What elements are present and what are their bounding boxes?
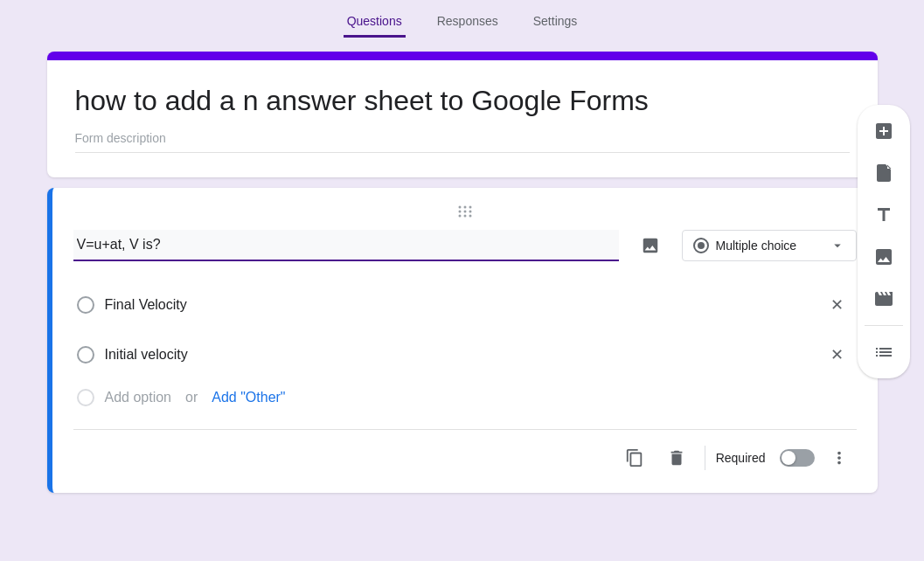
add-option-circle: [77, 389, 94, 406]
question-input[interactable]: [73, 230, 619, 261]
tab-settings[interactable]: Settings: [530, 7, 581, 38]
drag-handle: [73, 205, 857, 218]
option-radio-1: [77, 296, 94, 314]
add-title-button[interactable]: [865, 196, 903, 234]
svg-point-3: [463, 206, 466, 209]
delete-question-button[interactable]: [659, 440, 694, 475]
tab-responses[interactable]: Responses: [434, 7, 502, 38]
add-image-button[interactable]: [865, 238, 903, 276]
required-toggle[interactable]: [780, 449, 815, 467]
radio-icon: [693, 238, 709, 253]
question-type-label: Multiple choice: [716, 239, 797, 253]
add-option-or: or: [185, 390, 198, 405]
add-image-to-question-button[interactable]: [633, 228, 668, 263]
copy-question-button[interactable]: [617, 440, 652, 475]
add-question-button[interactable]: [865, 112, 903, 150]
svg-point-7: [469, 211, 471, 213]
required-label: Required: [716, 451, 766, 465]
more-options-button[interactable]: [822, 440, 857, 475]
form-header-card: how to add a n answer sheet to Google Fo…: [47, 52, 878, 177]
form-description-placeholder: Form description: [75, 131, 850, 153]
remove-option-1-button[interactable]: ✕: [822, 289, 853, 321]
option-row: Initial velocity ✕: [73, 330, 857, 380]
svg-point-2: [458, 215, 461, 218]
add-other-link[interactable]: Add "Other": [212, 390, 285, 405]
form-title: how to add a n answer sheet to Google Fo…: [75, 85, 850, 117]
toggle-knob: [782, 451, 795, 465]
question-input-wrapper: [73, 230, 619, 261]
import-questions-button[interactable]: [865, 154, 903, 192]
svg-point-6: [469, 206, 471, 209]
option-text-2: Initial velocity: [105, 347, 811, 363]
add-section-button[interactable]: [865, 333, 903, 371]
main-content: how to add a n answer sheet to Google Fo…: [0, 38, 924, 507]
question-footer: Required: [73, 429, 857, 475]
svg-point-1: [458, 211, 461, 213]
question-card: Multiple choice Final Velocity ✕ Initial…: [47, 188, 878, 493]
option-radio-2: [77, 346, 94, 364]
add-option-row: Add option or Add "Other": [73, 380, 857, 415]
right-sidebar: [858, 105, 910, 378]
tab-bar: Questions Responses Settings: [0, 0, 924, 38]
option-row: Final Velocity ✕: [73, 280, 857, 330]
tab-questions[interactable]: Questions: [344, 7, 406, 38]
add-option-text[interactable]: Add option: [105, 390, 172, 405]
option-text-1: Final Velocity: [105, 297, 811, 313]
svg-point-4: [463, 211, 466, 213]
remove-option-2-button[interactable]: ✕: [822, 339, 853, 371]
svg-point-0: [458, 206, 461, 209]
type-dropdown-arrow: [830, 238, 845, 253]
footer-divider: [705, 446, 705, 470]
svg-point-8: [469, 215, 471, 218]
question-type-selector[interactable]: Multiple choice: [682, 230, 857, 261]
svg-point-5: [463, 215, 466, 218]
sidebar-divider: [865, 325, 903, 326]
add-video-button[interactable]: [865, 280, 903, 318]
question-top-row: Multiple choice: [73, 228, 857, 263]
